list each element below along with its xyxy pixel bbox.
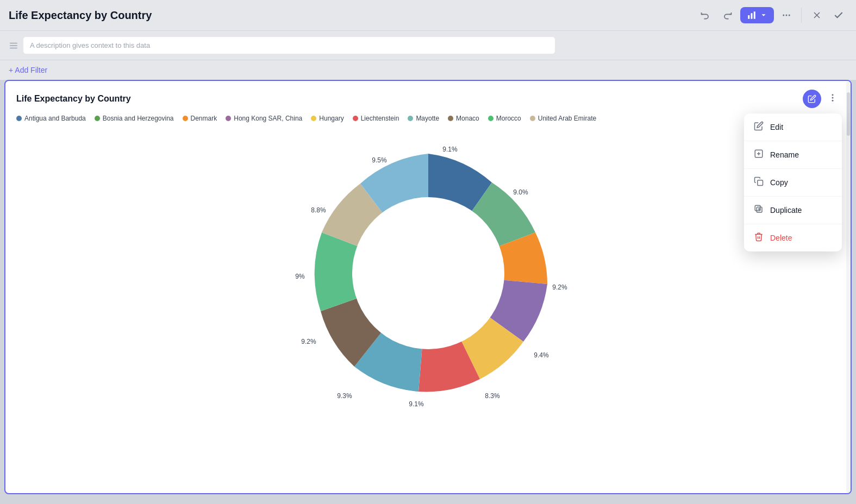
- copy-icon: [754, 177, 764, 188]
- donut-chart: 9.1% 9.0% 9.2% 9.4% 8.3% 9.1% 9.3% 9.2% …: [276, 132, 580, 414]
- delete-icon: [754, 232, 764, 244]
- svg-rect-2: [754, 11, 755, 19]
- legend-item-uae: United Arab Emirate: [530, 115, 596, 122]
- context-menu: Edit Rename Copy: [744, 114, 842, 251]
- label-83: 8.3%: [485, 392, 500, 400]
- menu-icon: [9, 41, 18, 51]
- legend-dot: [353, 116, 358, 121]
- divider: [801, 8, 802, 23]
- chart-header: Life Expectancy by Country: [5, 81, 851, 112]
- legend-item-morocco: Morocco: [488, 115, 521, 122]
- menu-item-edit[interactable]: Edit: [744, 114, 842, 141]
- page-title: Life Expectancy by Country: [9, 9, 152, 22]
- svg-point-12: [832, 97, 834, 98]
- svg-point-11: [832, 94, 834, 96]
- add-filter-button[interactable]: + Add Filter: [9, 66, 47, 74]
- menu-label-edit: Edit: [770, 123, 783, 131]
- menu-label-duplicate: Duplicate: [770, 206, 802, 215]
- legend-dot: [408, 116, 413, 121]
- legend-item-liechtenstein: Liechtenstein: [353, 115, 399, 122]
- legend-item-antigua: Antigua and Barbuda: [16, 115, 86, 122]
- redo-button[interactable]: [718, 7, 736, 24]
- legend-item-mayotte: Mayotte: [408, 115, 439, 122]
- legend-dot: [311, 116, 316, 121]
- description-input[interactable]: A description gives context to this data: [23, 36, 555, 54]
- label-90: 9.0%: [513, 188, 528, 196]
- description-bar: A description gives context to this data: [0, 31, 856, 60]
- filter-bar: + Add Filter: [0, 60, 856, 80]
- edit-chart-button[interactable]: [803, 90, 821, 108]
- legend-dot: [16, 116, 22, 121]
- duplicate-icon: [754, 204, 764, 216]
- label-88: 8.8%: [311, 206, 326, 214]
- svg-point-5: [789, 15, 790, 16]
- menu-label-delete: Delete: [770, 234, 792, 242]
- scrollbar-track[interactable]: [846, 81, 851, 493]
- menu-label-rename: Rename: [770, 150, 799, 159]
- top-bar: Life Expectancy by Country: [0, 0, 856, 31]
- menu-item-rename[interactable]: Rename: [744, 141, 842, 168]
- legend-item-hongkong: Hong Kong SAR, China: [226, 115, 302, 122]
- top-bar-actions: [697, 7, 847, 24]
- svg-point-13: [832, 99, 834, 101]
- label-91-top: 9.1%: [442, 146, 458, 153]
- chart-header-actions: [803, 90, 840, 108]
- legend-dot: [488, 116, 493, 121]
- label-95: 9.5%: [372, 156, 387, 164]
- svg-rect-1: [751, 13, 753, 19]
- legend-item-monaco: Monaco: [448, 115, 479, 122]
- label-91-bot: 9.1%: [409, 400, 424, 408]
- donut-hole: [352, 197, 504, 349]
- legend-dot: [183, 116, 188, 121]
- menu-item-delete[interactable]: Delete: [744, 224, 842, 251]
- svg-rect-0: [748, 15, 749, 19]
- close-button[interactable]: [808, 7, 826, 24]
- more-options-button[interactable]: [778, 7, 795, 23]
- chart-type-button[interactable]: [740, 7, 774, 23]
- label-93: 9.3%: [337, 392, 352, 400]
- label-9: 9%: [295, 273, 305, 280]
- edit-icon: [754, 121, 764, 133]
- undo-button[interactable]: [697, 7, 714, 24]
- legend-dot: [448, 116, 453, 121]
- menu-item-copy[interactable]: Copy: [744, 169, 842, 196]
- legend-item-bosnia: Bosnia and Herzegovina: [95, 115, 174, 122]
- label-94: 9.4%: [534, 351, 549, 359]
- scrollbar-thumb[interactable]: [847, 92, 850, 136]
- svg-point-4: [786, 15, 788, 16]
- chart-more-button[interactable]: [826, 91, 840, 108]
- legend-dot: [95, 116, 100, 121]
- legend-dot: [226, 116, 231, 121]
- chart-panel: Life Expectancy by Country Antigua and B…: [4, 80, 852, 494]
- label-92-left: 9.2%: [301, 338, 316, 345]
- menu-label-copy: Copy: [770, 178, 788, 187]
- label-92-right: 9.2%: [552, 284, 567, 291]
- chart-legend: Antigua and Barbuda Bosnia and Herzegovi…: [5, 112, 851, 127]
- legend-dot: [530, 116, 535, 121]
- chart-title: Life Expectancy by Country: [16, 94, 131, 104]
- donut-chart-wrapper: 9.1% 9.0% 9.2% 9.4% 8.3% 9.1% 9.3% 9.2% …: [5, 127, 851, 425]
- check-button[interactable]: [830, 7, 847, 24]
- svg-point-3: [783, 15, 784, 16]
- rename-icon: [754, 149, 764, 161]
- legend-item-denmark: Denmark: [183, 115, 217, 122]
- svg-rect-18: [758, 180, 763, 186]
- svg-rect-20: [755, 205, 760, 211]
- legend-item-hungary: Hungary: [311, 115, 343, 122]
- menu-item-duplicate[interactable]: Duplicate: [744, 197, 842, 224]
